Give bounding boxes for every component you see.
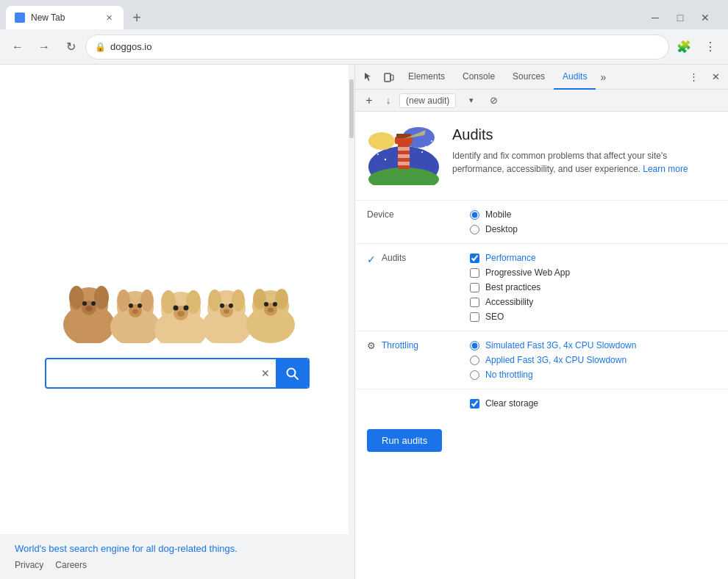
mobile-option[interactable]: Mobile — [470, 209, 716, 220]
more-tabs-button[interactable]: » — [596, 68, 610, 86]
mobile-label: Mobile — [485, 209, 511, 220]
scrollbar[interactable] — [349, 65, 354, 579]
reload-button[interactable]: ↻ — [59, 35, 82, 59]
no-throttling-option[interactable]: No throttling — [470, 370, 716, 380]
audits-section-label: Audits — [382, 253, 406, 263]
audits-desc-text: Identify and fix common problems that af… — [452, 151, 667, 174]
back-button[interactable]: ← — [6, 35, 29, 59]
forward-button[interactable]: → — [32, 35, 56, 59]
svg-point-23 — [177, 311, 185, 317]
device-toolbar-button[interactable] — [379, 67, 399, 87]
minimize-button[interactable]: ─ — [646, 8, 665, 27]
best-practices-checkbox[interactable] — [470, 283, 479, 292]
tab-title: New Tab — [31, 12, 97, 23]
new-audit-label[interactable]: (new audit) — [399, 93, 456, 108]
content-area: ✕ World's best search engine for all dog… — [0, 65, 728, 579]
inspect-element-button[interactable] — [358, 67, 379, 87]
svg-rect-50 — [398, 154, 410, 158]
address-bar[interactable]: 🔒 doggos.io — [85, 35, 669, 60]
svg-point-39 — [268, 308, 274, 312]
applied-throttling-option[interactable]: Applied Fast 3G, 4x CPU Slowdown — [470, 355, 716, 365]
clear-storage-section: Clear storage — [355, 389, 728, 417]
audit-add-button[interactable]: + — [361, 93, 377, 109]
accessibility-option[interactable]: Accessibility — [470, 297, 716, 307]
clear-storage-options: Clear storage — [470, 398, 716, 409]
maximize-button[interactable]: □ — [671, 8, 690, 27]
svg-point-19 — [186, 290, 201, 314]
tab-sources[interactable]: Sources — [504, 65, 554, 90]
svg-point-45 — [368, 132, 395, 150]
performance-label: Performance — [485, 253, 536, 263]
svg-point-5 — [82, 301, 87, 306]
audit-block-button[interactable]: ⊘ — [484, 91, 503, 110]
devtools-more-button[interactable]: ⋮ — [684, 68, 703, 87]
device-options: Mobile Desktop — [470, 209, 716, 234]
svg-point-55 — [425, 146, 427, 148]
svg-rect-49 — [398, 147, 410, 151]
audit-dropdown-button[interactable]: ▾ — [462, 91, 481, 110]
url-text: doggos.io — [110, 41, 660, 52]
desktop-radio[interactable] — [470, 225, 479, 234]
seo-label: SEO — [485, 312, 504, 322]
clear-storage-label-container — [367, 398, 455, 409]
best-practices-label: Best practices — [485, 282, 540, 292]
learn-more-link[interactable]: Learn more — [643, 164, 688, 174]
search-icon — [285, 367, 299, 380]
audits-description: Identify and fix common problems that af… — [452, 149, 716, 176]
search-clear-button[interactable]: ✕ — [255, 362, 276, 385]
svg-point-35 — [275, 289, 288, 309]
audits-check-icon: ✓ — [367, 253, 376, 265]
performance-checkbox[interactable] — [470, 253, 479, 263]
applied-throttling-radio[interactable] — [470, 356, 479, 365]
tagline-highlight: all — [146, 543, 156, 554]
clear-storage-checkbox[interactable] — [470, 399, 479, 409]
new-tab-button[interactable]: + — [126, 7, 147, 28]
tab-favicon — [15, 12, 25, 23]
desktop-option[interactable]: Desktop — [470, 224, 716, 234]
run-audits-button[interactable]: Run audits — [367, 429, 442, 452]
best-practices-option[interactable]: Best practices — [470, 282, 716, 292]
careers-link[interactable]: Careers — [55, 560, 87, 570]
device-section: Device Mobile Desktop — [355, 201, 728, 244]
website-content: ✕ — [0, 65, 354, 534]
website-footer: World's best search engine for all dog-r… — [0, 534, 354, 579]
privacy-link[interactable]: Privacy — [15, 560, 43, 570]
svg-point-11 — [140, 290, 154, 312]
svg-point-7 — [85, 306, 93, 312]
tab-console[interactable]: Console — [454, 65, 504, 90]
svg-point-59 — [377, 154, 379, 155]
more-button[interactable]: ⋮ — [699, 35, 722, 59]
extensions-button[interactable]: 🧩 — [672, 35, 696, 59]
svg-point-10 — [117, 290, 130, 312]
tab-close-button[interactable]: ✕ — [103, 12, 115, 24]
close-button[interactable]: ✕ — [696, 8, 715, 27]
simulated-throttling-radio[interactable] — [470, 341, 479, 350]
seo-checkbox[interactable] — [470, 312, 479, 322]
mobile-radio[interactable] — [470, 210, 479, 220]
tab-audits[interactable]: Audits — [554, 65, 596, 90]
accessibility-checkbox[interactable] — [470, 298, 479, 307]
audit-download-button[interactable]: ↓ — [380, 93, 396, 109]
performance-option[interactable]: Performance — [470, 253, 716, 263]
seo-option[interactable]: SEO — [470, 312, 716, 322]
pwa-checkbox[interactable] — [470, 268, 479, 278]
svg-line-41 — [294, 375, 298, 379]
devtools-close-button[interactable]: ✕ — [706, 68, 725, 87]
pwa-option[interactable]: Progressive Web App — [470, 267, 716, 278]
lock-icon: 🔒 — [95, 42, 106, 52]
no-throttling-radio[interactable] — [470, 370, 479, 380]
simulated-throttling-option[interactable]: Simulated Fast 3G, 4x CPU Slowdown — [470, 340, 716, 350]
search-button[interactable] — [276, 358, 308, 389]
clear-storage-option[interactable]: Clear storage — [470, 398, 716, 409]
search-input[interactable] — [46, 362, 255, 385]
navigation-bar: ← → ↻ 🔒 doggos.io 🧩 ⋮ — [0, 29, 728, 65]
browser-tab[interactable]: New Tab ✕ — [6, 6, 124, 29]
tab-elements[interactable]: Elements — [399, 65, 454, 90]
svg-point-21 — [174, 305, 179, 310]
clear-storage-label: Clear storage — [485, 398, 538, 409]
scroll-thumb[interactable] — [349, 79, 354, 138]
svg-point-30 — [229, 303, 233, 308]
svg-point-14 — [138, 303, 142, 308]
svg-point-31 — [224, 309, 229, 314]
devtools-actions: ⋮ ✕ — [684, 68, 725, 87]
